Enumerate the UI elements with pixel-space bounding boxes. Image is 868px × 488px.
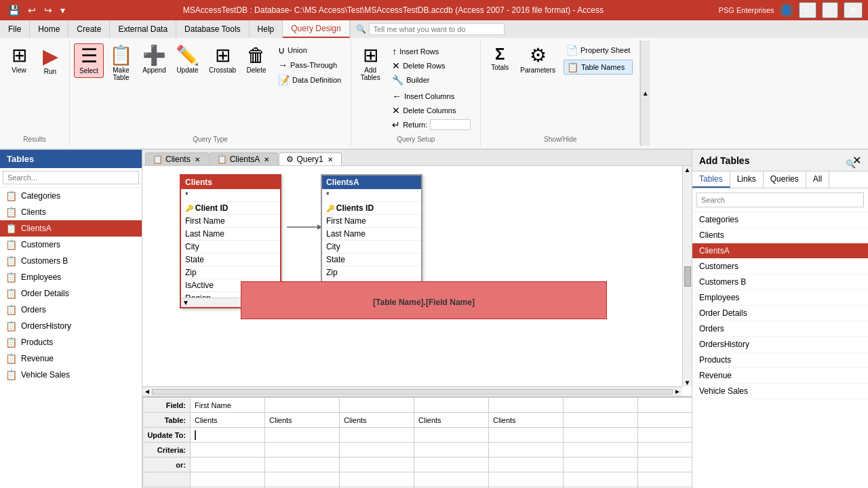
panel-item-clients[interactable]: Clients bbox=[692, 228, 868, 243]
tab-create[interactable]: Create bbox=[68, 20, 110, 38]
tab-file[interactable]: File bbox=[0, 20, 30, 38]
sidebar-item-categories[interactable]: 📋 Categories bbox=[0, 188, 142, 204]
builder-button[interactable]: 🔧 Builder bbox=[389, 73, 473, 87]
updateto-cell-6[interactable] bbox=[638, 428, 692, 443]
scroll-left-icon[interactable]: ◄ bbox=[144, 388, 151, 395]
panel-item-categories[interactable]: Categories bbox=[692, 212, 868, 228]
tab-home[interactable]: Home bbox=[30, 20, 68, 38]
maximize-btn[interactable]: □ bbox=[822, 2, 838, 18]
sidebar-item-orders[interactable]: 📋 Orders bbox=[0, 302, 142, 318]
ribbon-search-input[interactable] bbox=[369, 23, 505, 35]
panel-item-clientsA[interactable]: ClientsA bbox=[692, 243, 868, 259]
scroll-up-icon[interactable]: ▲ bbox=[684, 166, 691, 174]
crosstab-button[interactable]: ⊞ Crosstab bbox=[205, 43, 240, 77]
sidebar-item-employees[interactable]: 📋 Employees bbox=[0, 269, 142, 285]
sidebar-item-revenue[interactable]: 📋 Revenue bbox=[0, 350, 142, 367]
updateto-cell-4[interactable] bbox=[489, 428, 564, 443]
field-cell-4[interactable] bbox=[489, 398, 564, 413]
clients-tab-close[interactable]: ✕ bbox=[193, 156, 201, 163]
table-cell-3[interactable]: Clients bbox=[414, 413, 489, 428]
sidebar-item-products[interactable]: 📋 Products bbox=[0, 334, 142, 350]
panel-item-customers[interactable]: Customers bbox=[692, 259, 868, 274]
clients-field-state[interactable]: State bbox=[181, 253, 280, 266]
delete-button[interactable]: 🗑 Delete bbox=[241, 43, 271, 77]
table-cell-0[interactable]: Clients bbox=[191, 413, 265, 428]
clientsA-field-firstname[interactable]: First Name bbox=[322, 215, 421, 228]
query1-tab-close[interactable]: ✕ bbox=[326, 156, 334, 163]
clients-field-firstname[interactable]: First Name bbox=[181, 215, 280, 228]
updateto-cell-5[interactable] bbox=[564, 428, 638, 443]
sidebar-search-input[interactable] bbox=[3, 171, 139, 184]
tab-query-design[interactable]: Query Design bbox=[283, 20, 349, 38]
panel-item-products[interactable]: Products bbox=[692, 352, 868, 368]
updateto-cell-0[interactable] bbox=[191, 428, 265, 443]
scroll-down-icon[interactable]: ▼ bbox=[684, 379, 691, 386]
clientsA-field-clientsid[interactable]: Clients ID bbox=[322, 202, 421, 215]
panel-item-revenue[interactable]: Revenue bbox=[692, 368, 868, 384]
redo-btn[interactable]: ↪ bbox=[41, 3, 55, 17]
select-button[interactable]: ☰ Select bbox=[74, 43, 104, 78]
totals-button[interactable]: Σ Totals bbox=[485, 43, 515, 74]
canvas-right-scrollbar[interactable]: ▲ ▼ bbox=[682, 166, 692, 386]
insert-rows-button[interactable]: ↑ Insert Rows bbox=[389, 45, 473, 58]
field-cell-0[interactable]: First Name bbox=[191, 398, 265, 413]
table-cell-6[interactable] bbox=[638, 413, 692, 428]
table-cell-1[interactable]: Clients bbox=[265, 413, 340, 428]
sidebar-item-ordershistory[interactable]: 📋 OrdersHistory bbox=[0, 318, 142, 334]
clients-field-star[interactable]: * bbox=[181, 189, 280, 202]
panel-item-employees[interactable]: Employees bbox=[692, 290, 868, 306]
clientsA-field-lastname[interactable]: Last Name bbox=[322, 228, 421, 241]
field-cell-3[interactable] bbox=[414, 398, 489, 413]
panel-tab-links[interactable]: Links bbox=[730, 171, 764, 188]
undo-btn[interactable]: ↩ bbox=[25, 3, 39, 17]
qa-dropdown[interactable]: ▾ bbox=[58, 3, 68, 17]
clientsA-field-star[interactable]: * bbox=[322, 189, 421, 202]
panel-item-orders[interactable]: Orders bbox=[692, 321, 868, 337]
return-input[interactable] bbox=[430, 119, 471, 130]
clients-field-city[interactable]: City bbox=[181, 241, 280, 253]
close-btn[interactable]: ✕ bbox=[844, 2, 863, 18]
tab-help[interactable]: Help bbox=[250, 20, 283, 38]
panel-item-orderdetails[interactable]: Order Details bbox=[692, 306, 868, 321]
or-cell-6[interactable] bbox=[638, 458, 692, 472]
or-cell-4[interactable] bbox=[489, 458, 564, 472]
clientsA-tab-close[interactable]: ✕ bbox=[262, 156, 271, 163]
clients-field-lastname[interactable]: Last Name bbox=[181, 228, 280, 241]
return-button[interactable]: ↵ Return: bbox=[389, 118, 473, 131]
clients-field-zip[interactable]: Zip bbox=[181, 266, 280, 279]
sidebar-item-clients[interactable]: 📋 Clients bbox=[0, 204, 142, 220]
table-cell-2[interactable]: Clients bbox=[340, 413, 414, 428]
append-button[interactable]: ➕ Append bbox=[138, 43, 170, 77]
criteria-cell-3[interactable] bbox=[414, 443, 489, 458]
doc-tab-clients[interactable]: 📋 Clients ✕ bbox=[145, 152, 209, 165]
run-button[interactable]: ▶ Run bbox=[35, 43, 65, 78]
or-cell-3[interactable] bbox=[414, 458, 489, 472]
property-sheet-button[interactable]: 📄 Property Sheet bbox=[564, 43, 633, 57]
view-button[interactable]: ⊞ View bbox=[4, 43, 34, 77]
or-cell-1[interactable] bbox=[265, 458, 340, 472]
delete-columns-button[interactable]: ✕ Delete Columns bbox=[389, 104, 473, 117]
field-cell-5[interactable] bbox=[564, 398, 638, 413]
make-table-button[interactable]: 📋 MakeTable bbox=[105, 43, 137, 84]
save-btn[interactable]: 💾 bbox=[5, 3, 22, 17]
panel-item-ordershistory[interactable]: OrdersHistory bbox=[692, 337, 868, 352]
table-cell-5[interactable] bbox=[564, 413, 638, 428]
clientsA-field-zip[interactable]: Zip bbox=[322, 266, 421, 279]
or-cell-2[interactable] bbox=[340, 458, 414, 472]
add-tables-button[interactable]: ⊞ AddTables bbox=[355, 43, 385, 84]
sidebar-item-customers[interactable]: 📋 Customers bbox=[0, 237, 142, 253]
field-cell-2[interactable] bbox=[340, 398, 414, 413]
tab-database-tools[interactable]: Database Tools bbox=[176, 20, 250, 38]
sidebar-item-clientsA[interactable]: 📋 ClientsA bbox=[0, 220, 142, 237]
table-cell-4[interactable]: Clients bbox=[489, 413, 564, 428]
delete-rows-button[interactable]: ✕ Delete Rows bbox=[389, 59, 473, 73]
parameters-button[interactable]: ⚙ Parameters bbox=[516, 43, 559, 77]
canvas-bottom-scrollbar[interactable]: ◄ ► bbox=[142, 386, 682, 396]
criteria-cell-0[interactable] bbox=[191, 443, 265, 458]
sidebar-item-orderdetails[interactable]: 📋 Order Details bbox=[0, 285, 142, 302]
criteria-cell-5[interactable] bbox=[564, 443, 638, 458]
or-cell-0[interactable] bbox=[191, 458, 265, 472]
clients-field-clientid[interactable]: Client ID bbox=[181, 202, 280, 215]
doc-tab-query1[interactable]: ⚙ Query1 ✕ bbox=[279, 152, 341, 165]
tab-external-data[interactable]: External Data bbox=[110, 20, 176, 38]
